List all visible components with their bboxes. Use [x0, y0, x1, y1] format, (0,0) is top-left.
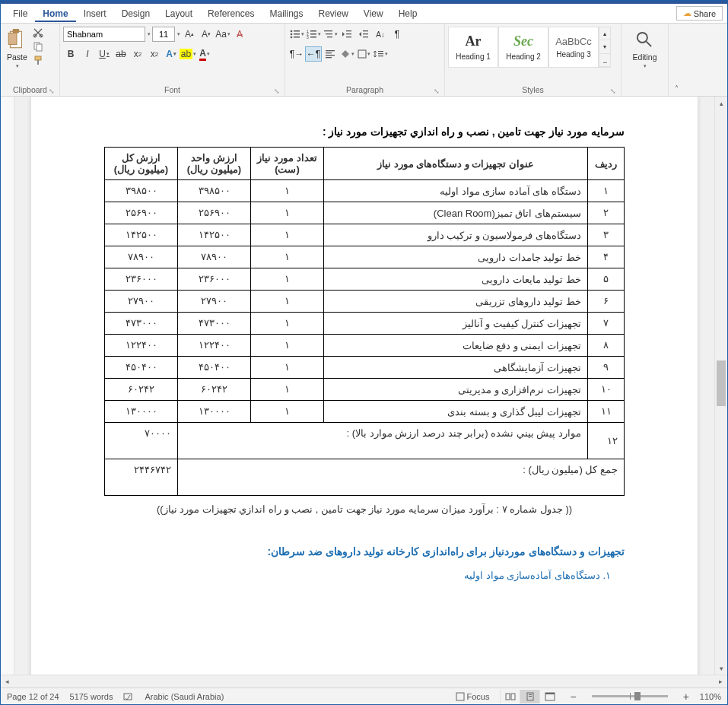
- chevron-down-icon: ▾: [16, 63, 19, 69]
- style-heading3[interactable]: AaBbCcHeading 3: [548, 27, 599, 68]
- paste-button[interactable]: Paste ▾: [4, 27, 30, 71]
- word-count[interactable]: 5175 words: [70, 692, 113, 701]
- scroll-thumb[interactable]: [717, 360, 726, 406]
- read-mode-button[interactable]: [500, 690, 520, 703]
- document-scroll[interactable]: سرمايه مورد نياز جهت تامين , نصب و راه ا…: [14, 97, 714, 675]
- menu-help[interactable]: Help: [391, 5, 425, 22]
- share-label: Share: [694, 9, 716, 18]
- increase-indent-button[interactable]: [355, 27, 372, 42]
- page-indicator[interactable]: Page 12 of 24: [7, 692, 59, 701]
- scroll-right-button[interactable]: ▸: [714, 675, 727, 688]
- text-effects-button[interactable]: A▾: [164, 46, 179, 62]
- gallery-nav: ▴ ▾ ⎯: [599, 27, 611, 68]
- menu-references[interactable]: References: [200, 5, 262, 22]
- scroll-left-button[interactable]: ◂: [1, 675, 14, 688]
- cut-button[interactable]: [32, 27, 44, 39]
- svg-rect-1: [13, 29, 20, 33]
- format-painter-button[interactable]: [32, 54, 44, 66]
- copy-button[interactable]: [32, 40, 44, 52]
- sort-button[interactable]: A↓: [372, 27, 389, 42]
- menu-review[interactable]: Review: [310, 5, 355, 22]
- menu-insert[interactable]: Insert: [76, 5, 114, 22]
- strike-button[interactable]: ab: [113, 46, 129, 62]
- highlight-button[interactable]: ab▾: [180, 46, 196, 62]
- bold-button[interactable]: B: [63, 46, 78, 62]
- spellcheck-icon[interactable]: [123, 691, 134, 702]
- menu-view[interactable]: View: [356, 5, 391, 22]
- dialog-launcher-icon[interactable]: ⤡: [610, 87, 616, 95]
- table-row: ۱دستگاه های آماده سازی مواد اولیه۱۳۹۸۵۰۰…: [105, 180, 625, 202]
- superscript-button[interactable]: x2: [147, 46, 162, 62]
- style-gallery: ArHeading 1 SecHeading 2 AaBbCcHeading 3…: [448, 27, 611, 68]
- dialog-launcher-icon[interactable]: ⤡: [434, 87, 440, 95]
- word-app-window: File Home Insert Design Layout Reference…: [0, 0, 728, 705]
- shrink-font-button[interactable]: A▾: [199, 27, 214, 42]
- underline-button[interactable]: U▾: [97, 46, 112, 62]
- change-case-button[interactable]: Aa▾: [215, 27, 230, 42]
- focus-mode[interactable]: Focus: [456, 692, 490, 701]
- align-left-button[interactable]: [322, 46, 339, 62]
- horizontal-scrollbar[interactable]: ◂ ▸: [1, 675, 727, 688]
- table-row: ۵خط تولید مایعات دارویی۱۲۳۶۰۰۰۲۳۶۰۰۰: [105, 268, 625, 291]
- zoom-thumb[interactable]: [634, 692, 641, 700]
- borders-button[interactable]: ▾: [355, 46, 372, 62]
- table-row-total: جمع كل (ميليون ريال) :۲۴۴۶۷۴۲: [105, 459, 625, 496]
- menu-layout[interactable]: Layout: [157, 5, 200, 22]
- numbering-button[interactable]: 123▾: [305, 27, 322, 42]
- ltr-button[interactable]: ¶→: [288, 46, 305, 62]
- vertical-ruler[interactable]: [1, 97, 14, 675]
- multilevel-button[interactable]: ▾: [322, 27, 339, 42]
- zoom-out-button[interactable]: −: [570, 691, 576, 703]
- scroll-up-button[interactable]: ▴: [715, 97, 727, 110]
- clear-format-button[interactable]: A̶: [232, 27, 247, 42]
- language-indicator[interactable]: Arabic (Saudi Arabia): [145, 692, 224, 701]
- decrease-indent-button[interactable]: [339, 27, 355, 42]
- document-page[interactable]: سرمايه مورد نياز جهت تامين , نصب و راه ا…: [31, 97, 698, 675]
- dialog-launcher-icon[interactable]: ⤡: [274, 87, 280, 95]
- gallery-up-button[interactable]: ▴: [599, 27, 610, 40]
- editing-button[interactable]: Editing ▾: [629, 27, 660, 71]
- style-heading2[interactable]: SecHeading 2: [498, 27, 548, 68]
- style-heading1[interactable]: ArHeading 1: [448, 27, 498, 68]
- italic-button[interactable]: I: [80, 46, 95, 62]
- scroll-track[interactable]: [715, 110, 727, 662]
- table-row: ۲سیستم‌های اتاق تمیز(Clean Room)۱۲۵۶۹۰۰۲…: [105, 202, 625, 224]
- menu-file[interactable]: File: [5, 5, 35, 22]
- web-layout-button[interactable]: [539, 690, 559, 703]
- chevron-down-icon[interactable]: ▾: [148, 31, 151, 37]
- zoom-level[interactable]: 110%: [700, 692, 721, 701]
- subscript-button[interactable]: x2: [130, 46, 145, 62]
- scroll-down-button[interactable]: ▾: [715, 662, 727, 675]
- table-row-unforeseen: ۱۲موارد پيش بيني نشده (برابر چند درصد ار…: [105, 423, 625, 459]
- hscroll-track[interactable]: [14, 675, 714, 688]
- svg-rect-35: [378, 51, 383, 52]
- font-size-combo[interactable]: [152, 27, 175, 42]
- shading-button[interactable]: ▾: [339, 46, 355, 62]
- show-marks-button[interactable]: ¶: [389, 27, 405, 42]
- font-color-button[interactable]: A▾: [197, 46, 212, 62]
- svg-rect-2: [9, 33, 17, 44]
- zoom-slider[interactable]: [592, 695, 668, 697]
- svg-rect-24: [346, 30, 351, 31]
- svg-rect-47: [545, 693, 555, 694]
- chevron-down-icon[interactable]: ▾: [177, 31, 180, 37]
- zoom-in-button[interactable]: +: [683, 691, 689, 703]
- gallery-more-button[interactable]: ⎯: [599, 54, 610, 67]
- font-name-combo[interactable]: [63, 27, 145, 42]
- menu-mailings[interactable]: Mailings: [262, 5, 310, 22]
- grow-font-button[interactable]: A▴: [182, 27, 197, 42]
- print-layout-button[interactable]: [520, 690, 539, 703]
- menu-design[interactable]: Design: [114, 5, 157, 22]
- share-button[interactable]: ☁ Share: [676, 6, 723, 21]
- vertical-scrollbar[interactable]: ▴ ▾: [714, 97, 727, 675]
- font-group-label: Font⤡: [63, 84, 281, 96]
- gallery-down-button[interactable]: ▾: [599, 40, 610, 53]
- dialog-launcher-icon[interactable]: ⤡: [49, 87, 55, 95]
- svg-rect-21: [324, 30, 332, 31]
- svg-rect-26: [346, 37, 351, 37]
- bullets-button[interactable]: ▾: [288, 27, 305, 42]
- collapse-ribbon-button[interactable]: ˄: [669, 24, 684, 96]
- rtl-button[interactable]: ←¶: [305, 46, 322, 62]
- menu-home[interactable]: Home: [35, 5, 75, 22]
- line-spacing-button[interactable]: ▾: [372, 46, 389, 62]
